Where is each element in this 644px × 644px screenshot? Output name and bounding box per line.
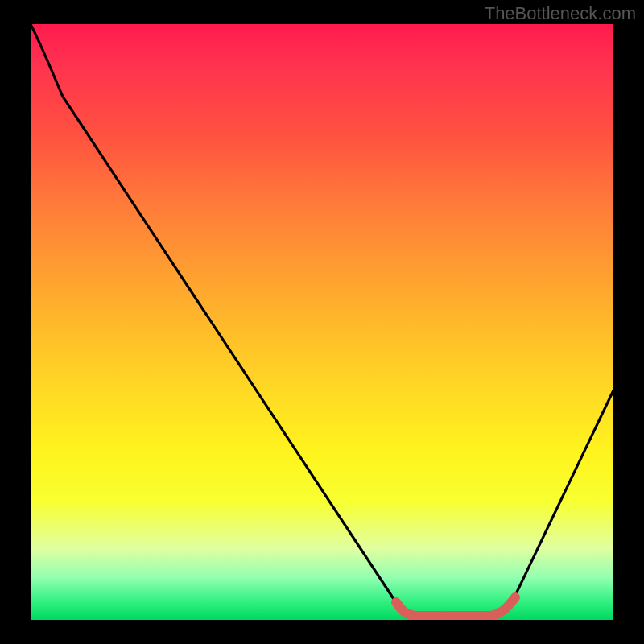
optimal-range-highlight <box>396 597 515 616</box>
watermark-text: TheBottleneck.com <box>485 3 636 24</box>
chart-plot-area <box>31 24 613 620</box>
bottleneck-curve-line <box>31 24 613 616</box>
bottleneck-curve-svg <box>31 24 613 620</box>
